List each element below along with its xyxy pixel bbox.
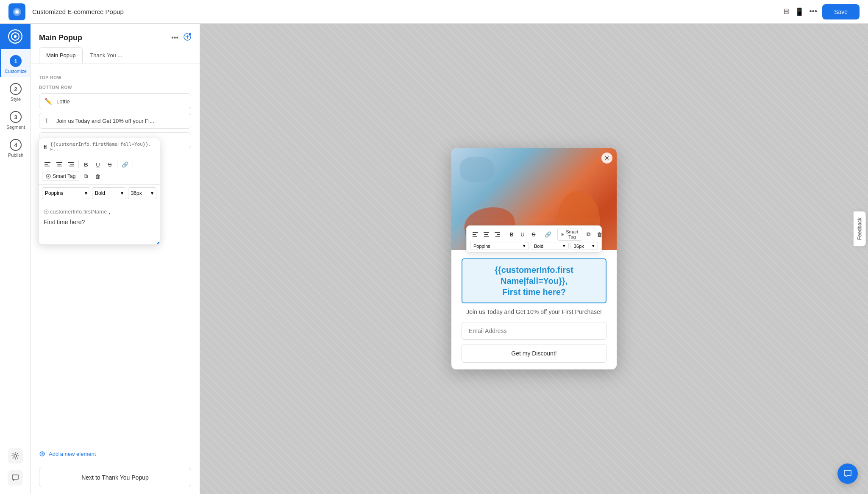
sidebar-item-publish[interactable]: 4 Publish (0, 133, 30, 161)
svg-rect-9 (45, 164, 48, 165)
ft-link-button[interactable]: 🔗 (543, 229, 553, 239)
ft-bold-button[interactable]: B (506, 229, 517, 239)
chat-bubble-button[interactable] (837, 463, 858, 484)
delete-button[interactable]: 🗑 (92, 171, 103, 182)
size-select[interactable]: 36px ▾ (128, 187, 156, 199)
ft-align-left[interactable] (470, 229, 480, 239)
element-lottie-label: Lottie (56, 98, 70, 105)
more-options-icon[interactable]: ••• (809, 7, 817, 16)
add-element-plus-icon: ⊕ (39, 449, 45, 458)
ft-font-value: Poppins (473, 244, 490, 249)
svg-rect-20 (473, 234, 476, 235)
ft-strikethrough-button[interactable]: S (529, 229, 539, 239)
align-left-button[interactable] (42, 159, 53, 170)
ft-font-select[interactable]: Poppins ▾ (470, 242, 529, 250)
panel-header: Main Popup ••• (31, 24, 200, 47)
element-lottie[interactable]: ✏️ Lottie (39, 93, 191, 109)
popup-email-input[interactable] (462, 322, 606, 340)
step-2-number: 2 (10, 83, 22, 95)
ft-copy-button[interactable]: ⧉ (583, 229, 593, 239)
sidebar-item-style[interactable]: 2 Style (0, 77, 30, 105)
save-button[interactable]: Save (822, 4, 860, 19)
popup-heading-text: {{customerInfo.firstName|fall=You}},Firs… (495, 265, 573, 297)
popup-close-button[interactable]: ✕ (601, 153, 612, 164)
font-select[interactable]: Poppins ▾ (42, 187, 90, 199)
popup-text-wrapper: ✕ (451, 148, 617, 369)
ft-delete-button[interactable]: 🗑 (594, 229, 604, 239)
logo-icon (12, 7, 22, 17)
notification-dot (188, 32, 192, 36)
svg-rect-26 (497, 234, 500, 235)
tab-main-popup[interactable]: Main Popup (39, 47, 83, 63)
svg-point-2 (16, 11, 18, 13)
strikethrough-button[interactable]: S (104, 159, 115, 170)
popup-cta-button[interactable]: Get my Discount! (462, 344, 606, 363)
font-chevron: ▾ (85, 190, 87, 196)
svg-rect-27 (495, 236, 500, 237)
align-right-button[interactable] (66, 159, 77, 170)
ft-underline-button[interactable]: U (517, 229, 528, 239)
monitor-icon[interactable]: 🖥 (782, 7, 790, 16)
main-layout: 1 Customize 2 Style 3 Segment 4 Publish (0, 0, 868, 494)
chat-icon-sidebar[interactable] (8, 470, 23, 486)
toolbar-divider-1 (78, 161, 79, 168)
editor-header: H {{customerInfo.firstName|fall=You}}, F… (39, 138, 160, 156)
svg-rect-11 (56, 162, 62, 163)
top-row-label: TOP ROW (39, 75, 191, 80)
ft-smart-tag-label: Smart Tag (565, 229, 579, 239)
link-button[interactable]: 🔗 (119, 159, 131, 170)
heading-tag: H (44, 144, 47, 150)
ft-smart-tag-button[interactable]: Smart Tag (557, 228, 582, 241)
pencil-icon: ✏️ (45, 98, 52, 105)
svg-rect-19 (473, 232, 478, 233)
svg-point-5 (14, 35, 17, 38)
sidebar-item-label-style: Style (11, 97, 21, 102)
ft-size-select[interactable]: 36px ▾ (570, 242, 598, 250)
size-value: 36px (131, 190, 142, 196)
smart-tag-button[interactable]: Smart Tag (42, 172, 79, 181)
weight-value: Bold (95, 190, 105, 196)
add-element-row[interactable]: ⊕ Add a new element (31, 445, 200, 463)
weight-select[interactable]: Bold ▾ (92, 187, 126, 199)
ft-align-center[interactable] (481, 229, 491, 239)
svg-rect-24 (484, 236, 489, 237)
sidebar-item-segment[interactable]: 3 Segment (0, 105, 30, 133)
underline-button[interactable]: U (92, 159, 103, 170)
sidebar-item-customize[interactable]: 1 Customize (0, 49, 30, 77)
element-subtext[interactable]: T Join us Today and Get 10% off your Fi.… (39, 113, 191, 129)
editor-format-row: Poppins ▾ Bold ▾ 36px ▾ (39, 185, 160, 202)
t-icon: T (45, 117, 52, 124)
canvas: ✕ (200, 24, 868, 494)
align-center-button[interactable] (54, 159, 65, 170)
panel-tabs: Main Popup Thank You ... (31, 47, 200, 64)
ft-weight-select[interactable]: Bold ▾ (531, 242, 569, 250)
svg-rect-25 (495, 232, 500, 233)
svg-rect-23 (484, 234, 488, 235)
step-4-number: 4 (10, 139, 22, 151)
chat-sidebar-icon (11, 474, 19, 482)
copy-button[interactable]: ⧉ (80, 171, 91, 182)
feedback-button[interactable]: Feedback (854, 211, 866, 246)
ft-align-right[interactable] (492, 229, 502, 239)
next-to-thankyou-button[interactable]: Next to Thank You Popup (39, 468, 191, 487)
sidebar-bottom (8, 448, 23, 494)
popup-modal: ✕ (451, 148, 617, 369)
panel-title: Main Popup (39, 33, 165, 42)
ft-weight-value: Bold (534, 244, 543, 249)
popup-heading[interactable]: {{customerInfo.firstName|fall=You}},Firs… (462, 258, 606, 303)
comma-separator: , (108, 207, 110, 216)
bold-button[interactable]: B (81, 159, 92, 170)
topbar: Customized E-commerce Popup 🖥 📱 ••• Save (0, 0, 868, 24)
tab-thank-you[interactable]: Thank You ... (83, 47, 129, 63)
editor-content[interactable]: customerInfo.firstName , First time here… (39, 202, 160, 244)
weight-chevron: ▾ (121, 190, 123, 196)
smart-tag-label: Smart Tag (53, 173, 75, 179)
settings-button[interactable] (8, 448, 23, 463)
tablet-icon[interactable]: 📱 (795, 7, 804, 17)
resize-handle[interactable] (156, 241, 160, 245)
more-options-button[interactable]: ••• (170, 32, 180, 43)
ft-size-chevron: ▾ (592, 243, 595, 249)
align-center-icon (56, 161, 62, 167)
align-left-icon (45, 161, 50, 167)
sidebar-logo (0, 24, 31, 49)
